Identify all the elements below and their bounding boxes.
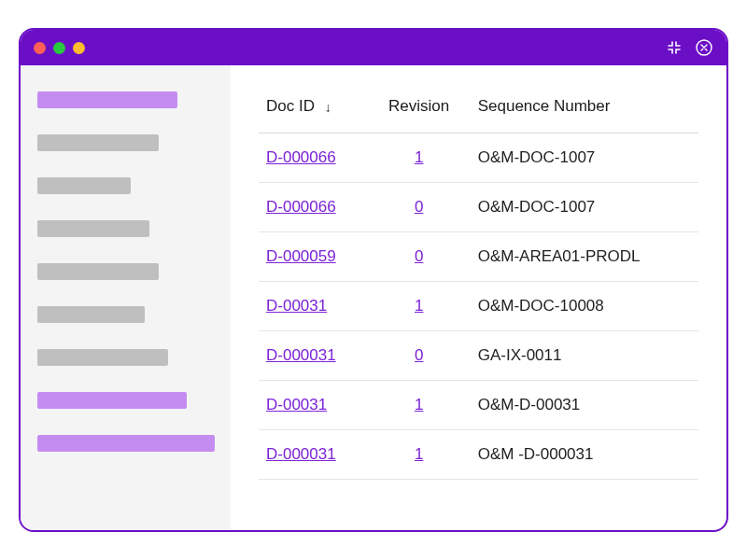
revision-link[interactable]: 1 — [415, 297, 423, 315]
table-row: D-0000590O&M-AREA01-PRODL — [259, 232, 698, 282]
doc-id-link[interactable]: D-00031 — [266, 297, 327, 315]
sidebar-item[interactable] — [37, 177, 131, 194]
cell-revision: 0 — [368, 232, 471, 282]
cell-doc-id: D-00031 — [259, 381, 368, 430]
col-header-revision[interactable]: Revision — [368, 84, 471, 133]
cell-revision: 1 — [368, 381, 471, 430]
revision-link[interactable]: 0 — [415, 247, 423, 265]
titlebar — [21, 30, 726, 65]
cell-sequence: O&M-DOC-1007 — [471, 183, 698, 232]
cell-sequence: O&M-D-00031 — [471, 381, 698, 430]
traffic-light-zoom[interactable] — [73, 42, 85, 54]
col-header-doc-id[interactable]: Doc ID ↓ — [259, 84, 368, 133]
col-header-sequence-label: Sequence Number — [478, 97, 611, 115]
revision-link[interactable]: 1 — [415, 148, 423, 166]
traffic-light-close[interactable] — [34, 42, 46, 54]
cell-sequence: O&M-DOC-1007 — [471, 133, 698, 183]
col-header-doc-id-label: Doc ID — [266, 97, 315, 115]
doc-id-link[interactable]: D-000066 — [266, 198, 336, 216]
revision-link[interactable]: 1 — [415, 396, 423, 413]
sidebar-item[interactable] — [37, 134, 159, 151]
col-header-revision-label: Revision — [388, 97, 449, 115]
table-row: D-000311O&M-DOC-10008 — [259, 282, 698, 331]
sidebar-item[interactable] — [37, 306, 145, 323]
cell-sequence: O&M -D-000031 — [471, 430, 698, 480]
table-row: D-0000660O&M-DOC-1007 — [259, 183, 698, 232]
documents-table: Doc ID ↓ Revision Sequence Number D-0000… — [259, 84, 698, 480]
cell-revision: 1 — [368, 133, 471, 183]
sidebar-item[interactable] — [37, 435, 215, 452]
cell-sequence: O&M-DOC-10008 — [471, 282, 698, 331]
sidebar — [21, 65, 231, 530]
doc-id-link[interactable]: D-000031 — [266, 346, 336, 364]
cell-sequence: GA-IX-0011 — [471, 331, 698, 381]
table-row: D-0000310GA-IX-0011 — [259, 331, 698, 381]
sidebar-item[interactable] — [37, 349, 168, 366]
sort-descending-icon: ↓ — [325, 100, 331, 115]
sidebar-item[interactable] — [37, 263, 159, 280]
cell-sequence: O&M-AREA01-PRODL — [471, 232, 698, 282]
table-row: D-000311O&M-D-00031 — [259, 381, 698, 430]
doc-id-link[interactable]: D-00031 — [266, 396, 327, 413]
window-body: Doc ID ↓ Revision Sequence Number D-0000… — [21, 65, 726, 530]
sidebar-item[interactable] — [37, 392, 187, 409]
table-row: D-0000311O&M -D-000031 — [259, 430, 698, 480]
cell-revision: 0 — [368, 331, 471, 381]
table-row: D-0000661O&M-DOC-1007 — [259, 133, 698, 183]
cell-doc-id: D-00031 — [259, 282, 368, 331]
sidebar-item[interactable] — [37, 91, 177, 108]
traffic-light-minimize[interactable] — [53, 42, 65, 54]
cell-doc-id: D-000031 — [259, 331, 368, 381]
revision-link[interactable]: 0 — [415, 198, 423, 216]
sidebar-item[interactable] — [37, 220, 149, 237]
cell-doc-id: D-000031 — [259, 430, 368, 480]
cell-revision: 1 — [368, 430, 471, 480]
cell-revision: 0 — [368, 183, 471, 232]
col-header-sequence[interactable]: Sequence Number — [471, 84, 698, 133]
revision-link[interactable]: 0 — [415, 346, 423, 364]
table-header-row: Doc ID ↓ Revision Sequence Number — [259, 84, 698, 133]
traffic-lights — [34, 42, 85, 54]
cell-doc-id: D-000066 — [259, 133, 368, 183]
main-content: Doc ID ↓ Revision Sequence Number D-0000… — [231, 65, 726, 530]
close-icon[interactable] — [695, 38, 713, 57]
cell-doc-id: D-000066 — [259, 183, 368, 232]
cell-doc-id: D-000059 — [259, 232, 368, 282]
doc-id-link[interactable]: D-000066 — [266, 148, 336, 166]
collapse-icon[interactable] — [667, 40, 682, 55]
cell-revision: 1 — [368, 282, 471, 331]
doc-id-link[interactable]: D-000031 — [266, 445, 336, 463]
revision-link[interactable]: 1 — [415, 445, 423, 463]
titlebar-actions — [667, 38, 713, 57]
doc-id-link[interactable]: D-000059 — [266, 247, 336, 265]
app-window: Doc ID ↓ Revision Sequence Number D-0000… — [19, 28, 728, 532]
